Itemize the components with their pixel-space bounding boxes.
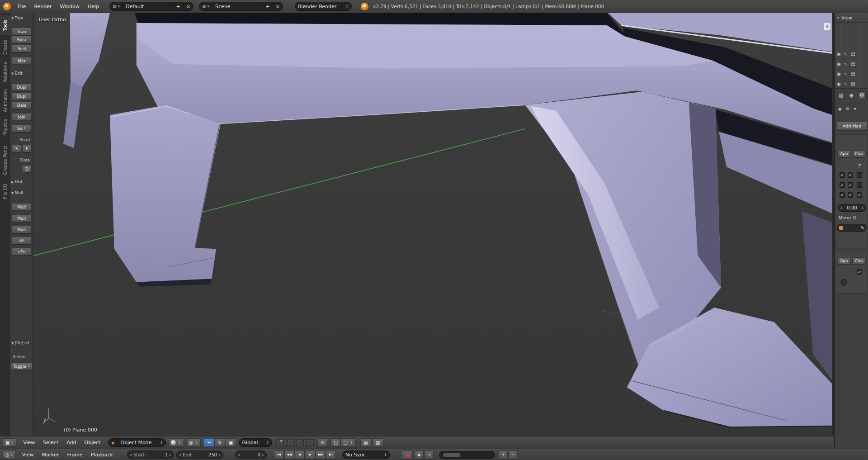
tab-scene-properties[interactable]: ◉ [848,91,855,99]
layer-cell[interactable] [311,439,314,442]
next-keyframe-button[interactable]: ▶▶ [316,451,326,459]
decrement-arrow-icon[interactable]: ◂ [179,453,181,457]
selectable-cursor-icon[interactable]: ↖ [844,51,848,57]
layer-cell[interactable] [307,439,310,442]
close-scene-button[interactable]: × [273,2,283,10]
tab-render-properties[interactable]: ▤ [837,91,845,99]
start-frame-field[interactable]: ◂ Start: 1 ▸ [127,451,174,459]
sync-dropdown[interactable]: No Sync ↕ [342,451,390,459]
editor-type-dropdown[interactable]: ▦ ↕ [3,438,16,447]
visibility-eye-icon[interactable]: ◉ [837,61,841,67]
decrement-arrow-icon[interactable]: ◂ [238,453,240,457]
layer-cell[interactable] [283,443,287,446]
data-transfer-button[interactable]: D [22,165,32,173]
viewport-shading-dropdown[interactable]: ↕ [168,438,184,447]
tab-relations[interactable]: Relations [0,60,10,85]
close-layout-button[interactable]: × [183,2,193,10]
layer-cell[interactable] [276,443,279,446]
layer-cell[interactable] [287,443,290,446]
current-frame-field[interactable]: ◂ 0 ▸ [235,451,267,459]
decrement-arrow-icon[interactable]: ◂ [840,206,842,210]
layer-cell[interactable] [296,443,299,446]
delete-keyframe-button[interactable]: − [509,451,518,459]
increment-arrow-icon[interactable]: ▸ [262,453,264,457]
menu-marker[interactable]: Marker [38,452,63,458]
lock-to-scene-button[interactable]: ⊙ [317,438,327,447]
axis-checkbox[interactable] [857,172,862,178]
editor-type-dropdown[interactable]: ◷ ↕ [3,451,16,459]
outliner-view-menu[interactable]: View [841,15,852,20]
opengl-render-still-button[interactable]: ▤ [360,438,371,447]
add-scene-button[interactable]: + [263,2,273,10]
tab-tools[interactable]: Tools [0,15,10,35]
delete-button[interactable]: Dele [12,101,32,109]
layer-cell[interactable] [287,439,290,442]
menu-frame[interactable]: Frame [63,452,87,458]
prev-keyframe-button[interactable]: ◀◀ [284,451,294,459]
renderable-camera-icon[interactable]: ▤ [851,81,855,87]
panel-header-edit[interactable]: ▼Edit [11,71,33,76]
play-reverse-button[interactable]: ◀ [295,451,305,459]
menu-help[interactable]: Help [84,4,103,9]
option-checkbox[interactable]: ✓ [848,182,853,188]
renderable-camera-icon[interactable]: ▤ [851,71,855,77]
rotate-button[interactable]: Rota [12,36,32,43]
visibility-eye-icon[interactable]: ◉ [837,51,841,57]
option-checkbox[interactable] [857,182,862,188]
translate-button[interactable]: Tran [12,28,32,35]
layer-cell[interactable] [283,439,287,442]
option-checkbox[interactable]: ✓ [857,192,862,198]
tab-physics[interactable]: Physics [0,117,10,138]
visibility-eye-icon[interactable]: ◉ [837,71,841,77]
panel-header-multires[interactable]: ▼Mult [11,190,33,195]
option-checkbox[interactable]: ✓ [857,269,862,275]
render-engine-dropdown[interactable]: Blender Render ↕ [295,2,352,11]
layer-cell[interactable] [307,443,310,446]
keying-flyout-button[interactable]: ▾ [425,451,434,459]
layer-cell[interactable] [303,443,307,446]
blender-app-menu-icon[interactable] [3,3,11,10]
action-toggle-dropdown[interactable]: Toggle↕ [11,362,33,370]
jump-to-start-button[interactable]: |◀ [274,451,284,459]
menu-playback[interactable]: Playback [87,452,117,458]
layer-cell[interactable] [300,443,303,446]
tab-modifier-properties[interactable]: ⚙ [858,91,866,99]
add-modifier-button[interactable]: Add Mod [837,122,867,130]
axis-checkbox[interactable]: ✓ [848,172,853,178]
scene-selector[interactable]: ▣▾ Scene + × [199,2,283,11]
selectable-cursor-icon[interactable]: ↖ [844,61,848,67]
layer-cell-active[interactable] [280,439,283,442]
add-layout-button[interactable]: + [173,2,183,10]
preview-button[interactable]: ▫Pr [12,237,32,244]
multires-button-3[interactable]: Mult [12,226,32,233]
tab-animation[interactable]: Animation [0,87,10,114]
modifier-copy-button[interactable]: Cop [852,257,866,265]
layer-cell[interactable] [311,443,314,446]
layer-cell[interactable] [291,443,294,446]
viewport-3d[interactable]: User Ortho (0) Plane.000 + y [33,13,832,436]
layer-cell[interactable] [276,439,279,442]
opengl-render-anim-button[interactable]: ▥ [373,438,383,447]
snap-toggle-button[interactable]: ⋃ [330,438,340,447]
selectable-cursor-icon[interactable]: ↖ [844,71,848,77]
outliner-row[interactable]: ◉ ↖ ▤ [837,81,855,87]
keying-set-dropdown[interactable] [439,451,495,459]
panel-header-transform[interactable]: ▼Tran [11,16,33,20]
screen-layout-selector[interactable]: ▦▾ Default + × [109,2,193,11]
multires-button-1[interactable]: Mult [12,203,32,211]
renderable-camera-icon[interactable]: ▤ [851,61,855,67]
menu-add[interactable]: Add [62,440,80,446]
shade-smooth-button[interactable]: S [12,145,21,152]
jump-to-end-button[interactable]: ▶| [326,451,336,459]
viewport-3d-scene[interactable] [33,13,832,436]
region-expand-button[interactable]: + [824,23,830,30]
menu-view[interactable]: View [18,452,38,458]
mirror-object-field[interactable]: ✎ [837,224,867,232]
layer-cell[interactable] [300,439,303,442]
outliner-row[interactable]: ◉ ↖ ▤ [837,51,855,57]
modifier-apply-button[interactable]: App [837,257,851,265]
tab-file-io[interactable]: File I/O [0,181,10,201]
mirror-button[interactable]: Mirr [12,57,32,65]
pivot-point-dropdown[interactable]: ◎ ↕ [186,438,201,447]
play-button[interactable]: ▶ [305,451,315,459]
